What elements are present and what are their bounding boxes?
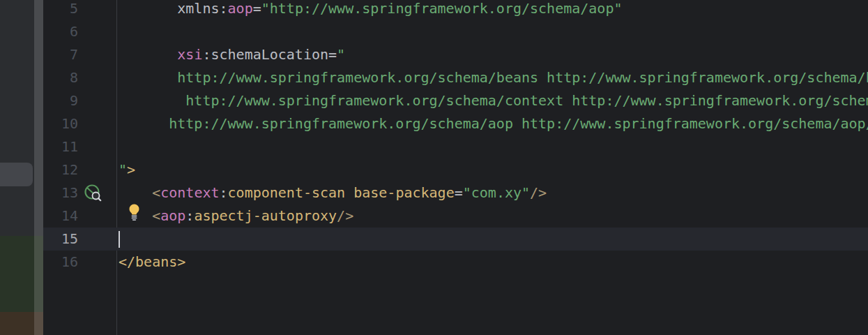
token-str: http://www.springframework.org/schema/be… bbox=[119, 69, 868, 86]
code-line[interactable]: 13 <context:component-scan base-package=… bbox=[43, 181, 868, 204]
spring-component-scan-icon[interactable] bbox=[84, 184, 102, 202]
gutter-icon-area bbox=[78, 20, 117, 43]
line-number[interactable]: 5 bbox=[43, 0, 78, 20]
token-str: " bbox=[337, 46, 345, 63]
text-caret bbox=[119, 231, 120, 248]
code-text[interactable]: <aop:aspectj-autoproxy/> bbox=[117, 204, 868, 228]
code-text[interactable]: xmlns:aop="http://www.springframework.or… bbox=[117, 0, 868, 20]
token-tag: </beans> bbox=[119, 253, 185, 270]
token-plain: xmlns: bbox=[119, 0, 228, 17]
token-str: "com.xy" bbox=[463, 184, 530, 201]
line-number[interactable]: 6 bbox=[43, 20, 78, 43]
token-plain: :schemaLocation= bbox=[202, 46, 337, 63]
gutter-icon-area bbox=[78, 0, 117, 20]
gutter-icon-area bbox=[78, 135, 117, 158]
code-editor[interactable]: 5 xmlns:aop="http://www.springframework.… bbox=[43, 0, 868, 335]
token-ns: context bbox=[160, 184, 219, 201]
token-ns: aop bbox=[228, 0, 253, 17]
token-plain bbox=[345, 184, 353, 201]
panel-splitter[interactable] bbox=[34, 0, 43, 335]
token-plain: : bbox=[185, 207, 194, 224]
code-line[interactable]: 15 bbox=[43, 228, 868, 251]
gutter-icon-area bbox=[78, 66, 117, 89]
token-brk: /> bbox=[337, 207, 353, 224]
line-number[interactable]: 15 bbox=[43, 228, 78, 251]
token-brk: < bbox=[119, 207, 160, 224]
line-number[interactable]: 14 bbox=[43, 204, 78, 228]
code-text[interactable]: "> bbox=[117, 158, 868, 181]
left-tool-panel bbox=[0, 0, 43, 335]
token-plain bbox=[119, 46, 177, 63]
code-text[interactable] bbox=[117, 135, 868, 158]
line-number[interactable]: 7 bbox=[43, 43, 78, 66]
code-text[interactable] bbox=[117, 20, 868, 43]
code-line[interactable]: 14 <aop:aspectj-autoproxy/> bbox=[43, 204, 868, 228]
code-text[interactable]: </beans> bbox=[117, 251, 868, 274]
line-number[interactable]: 10 bbox=[43, 112, 78, 135]
token-tag: component-scan bbox=[228, 184, 346, 201]
token-plain: : bbox=[220, 184, 228, 201]
code-line[interactable]: 8 http://www.springframework.org/schema/… bbox=[43, 66, 868, 89]
token-plain: = bbox=[253, 0, 261, 17]
code-text[interactable]: <context:component-scan base-package="co… bbox=[117, 181, 868, 204]
line-number[interactable]: 13 bbox=[43, 181, 78, 204]
line-number[interactable]: 16 bbox=[43, 251, 78, 274]
code-line[interactable]: 11 bbox=[43, 135, 868, 158]
line-number[interactable]: 12 bbox=[43, 158, 78, 181]
code-text[interactable]: http://www.springframework.org/schema/co… bbox=[117, 89, 868, 112]
code-text[interactable]: http://www.springframework.org/schema/ao… bbox=[117, 112, 868, 135]
gutter-icon-area bbox=[78, 251, 117, 274]
code-line[interactable]: 6 bbox=[43, 20, 868, 43]
token-str: http://www.springframework.org/schema/co… bbox=[119, 92, 868, 109]
token-brk: /> bbox=[530, 184, 547, 201]
line-number[interactable]: 11 bbox=[43, 135, 78, 158]
token-tag: base-package bbox=[353, 184, 455, 201]
code-text[interactable]: xsi:schemaLocation=" bbox=[117, 43, 868, 66]
gutter-icon-area bbox=[78, 204, 117, 228]
gutter-icon-area bbox=[78, 158, 117, 181]
token-tag: > bbox=[127, 161, 135, 178]
gutter-icon-area bbox=[78, 43, 117, 66]
code-line[interactable]: 12"> bbox=[43, 158, 868, 181]
gutter-icon-area bbox=[78, 89, 117, 112]
code-line[interactable]: 10 http://www.springframework.org/schema… bbox=[43, 112, 868, 135]
line-number[interactable]: 8 bbox=[43, 66, 78, 89]
gutter-icon-area bbox=[78, 228, 117, 251]
code-lines: 5 xmlns:aop="http://www.springframework.… bbox=[43, 0, 868, 274]
code-line[interactable]: 16</beans> bbox=[43, 251, 868, 274]
tool-window-tab[interactable] bbox=[0, 163, 33, 186]
token-tag: aspectj-autoproxy bbox=[194, 207, 337, 224]
code-line[interactable]: 9 http://www.springframework.org/schema/… bbox=[43, 89, 868, 112]
gutter-icon-area bbox=[78, 112, 117, 135]
token-str: " bbox=[119, 161, 127, 178]
intention-bulb-icon[interactable] bbox=[129, 204, 139, 221]
token-str: "http://www.springframework.org/schema/a… bbox=[261, 0, 623, 17]
token-plain: = bbox=[455, 184, 463, 201]
code-line[interactable]: 5 xmlns:aop="http://www.springframework.… bbox=[43, 0, 868, 20]
token-ns: aop bbox=[160, 207, 185, 224]
ide-window: 5 xmlns:aop="http://www.springframework.… bbox=[0, 0, 868, 335]
token-brk: < bbox=[119, 184, 160, 201]
line-number[interactable]: 9 bbox=[43, 89, 78, 112]
code-text[interactable] bbox=[117, 228, 868, 251]
code-text[interactable]: http://www.springframework.org/schema/be… bbox=[117, 66, 868, 89]
token-str: http://www.springframework.org/schema/ao… bbox=[119, 115, 868, 132]
code-line[interactable]: 7 xsi:schemaLocation=" bbox=[43, 43, 868, 66]
token-ns: xsi bbox=[177, 46, 202, 63]
